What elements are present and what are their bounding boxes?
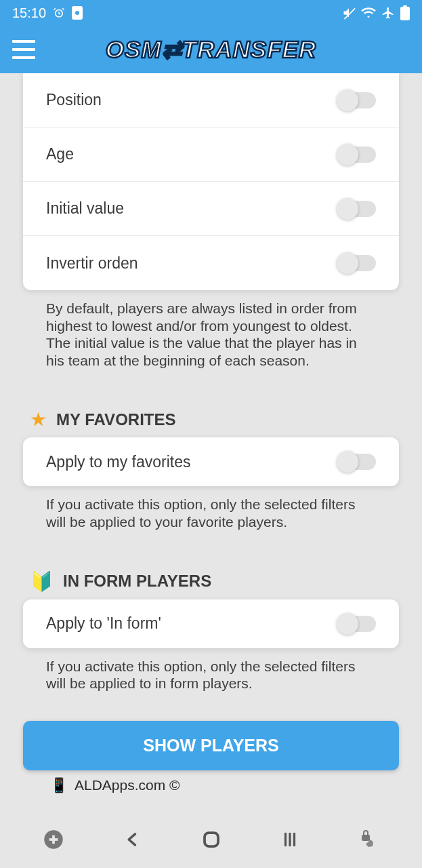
show-players-button[interactable]: SHOW PLAYERS bbox=[23, 721, 399, 770]
inform-title: IN FORM PLAYERS bbox=[63, 572, 211, 591]
favorites-help: If you activate this option, only the se… bbox=[23, 486, 399, 530]
app-bar: OSM⇄TRANSFER bbox=[0, 26, 422, 73]
toggle-invert-order[interactable] bbox=[339, 255, 376, 271]
row-label: Initial value bbox=[46, 199, 124, 218]
row-label: Apply to 'In form' bbox=[46, 614, 161, 633]
svg-rect-5 bbox=[403, 5, 407, 7]
row-label: Apply to my favorites bbox=[46, 453, 190, 471]
toggle-position[interactable] bbox=[339, 92, 376, 108]
nav-home-button[interactable] bbox=[201, 829, 221, 850]
phone-icon: 📱 bbox=[50, 777, 68, 793]
toggle-age[interactable] bbox=[339, 146, 376, 163]
battery-icon bbox=[400, 5, 410, 20]
favorites-title: MY FAVORITES bbox=[56, 410, 175, 429]
row-apply-favorites: Apply to my favorites bbox=[23, 437, 399, 486]
menu-button[interactable] bbox=[12, 40, 35, 59]
row-position: Position bbox=[23, 73, 399, 127]
favorites-card: Apply to my favorites bbox=[23, 437, 399, 486]
inform-card: Apply to 'In form' bbox=[23, 599, 399, 648]
svg-rect-9 bbox=[205, 833, 218, 846]
status-right bbox=[342, 5, 410, 20]
footer-credit: 📱 ALDApps.com © bbox=[23, 770, 399, 793]
row-label: Invertir orden bbox=[46, 254, 138, 273]
toggle-initial-value[interactable] bbox=[339, 201, 376, 217]
row-initial-value: Initial value bbox=[23, 182, 399, 236]
android-nav-bar bbox=[0, 810, 422, 868]
status-time: 15:10 bbox=[12, 5, 46, 21]
card-icon bbox=[72, 6, 83, 20]
app-title: OSM⇄TRANSFER bbox=[106, 36, 316, 63]
status-bar: 15:10 bbox=[0, 0, 422, 26]
row-label: Age bbox=[46, 145, 74, 163]
row-apply-inform: Apply to 'In form' bbox=[23, 599, 399, 648]
sort-card: Position Age Initial value Invertir orde… bbox=[23, 73, 399, 290]
wifi-icon bbox=[361, 7, 376, 19]
status-left: 15:10 bbox=[12, 5, 83, 21]
nav-recent-button[interactable] bbox=[281, 830, 299, 849]
toggle-apply-favorites[interactable] bbox=[339, 454, 376, 470]
nav-lock-touch-icon[interactable] bbox=[358, 829, 379, 850]
alarm-icon bbox=[53, 7, 65, 19]
svg-rect-13 bbox=[362, 835, 370, 841]
favorites-header: ★ MY FAVORITES bbox=[23, 408, 399, 431]
nav-back-button[interactable] bbox=[123, 827, 142, 852]
inform-help: If you activate this option, only the se… bbox=[23, 648, 399, 692]
content: Position Age Initial value Invertir orde… bbox=[0, 73, 422, 810]
toggle-apply-inform[interactable] bbox=[339, 616, 376, 632]
svg-rect-4 bbox=[400, 7, 410, 20]
star-icon: ★ bbox=[30, 408, 47, 431]
airplane-icon bbox=[381, 6, 395, 20]
sort-help: By default, players are always listed in… bbox=[23, 290, 399, 369]
shield-icon: 🔰 bbox=[30, 570, 54, 593]
mute-icon bbox=[342, 6, 356, 20]
svg-point-2 bbox=[75, 11, 79, 15]
row-invert-order: Invertir orden bbox=[23, 236, 399, 290]
credit-text: ALDApps.com © bbox=[75, 777, 180, 793]
nav-game-icon[interactable] bbox=[43, 829, 64, 850]
row-age: Age bbox=[23, 127, 399, 182]
inform-header: 🔰 IN FORM PLAYERS bbox=[23, 570, 399, 593]
row-label: Position bbox=[46, 91, 102, 109]
svg-rect-8 bbox=[49, 838, 58, 841]
